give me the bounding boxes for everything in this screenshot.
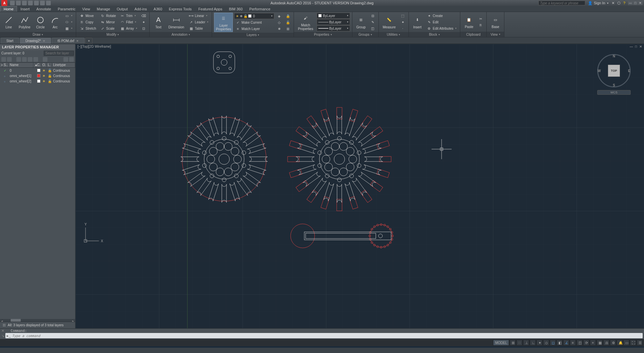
group-button[interactable]: ⊞Group <box>354 15 368 30</box>
layer-selector[interactable]: ☀ ❄ 🔓 0▾ <box>234 13 274 19</box>
tab-home[interactable]: Home <box>0 6 17 12</box>
layer-scrollbar[interactable]: ◂ ▸ <box>0 319 75 322</box>
customize-icon[interactable]: ☰ <box>637 340 643 346</box>
move-button[interactable]: ✥Move <box>78 13 98 19</box>
osnap-toggle-icon[interactable]: ◻ <box>550 340 556 346</box>
tab-addins[interactable]: Add-ins <box>131 6 150 12</box>
match-layer-button[interactable]: ≡Match Layer <box>234 26 274 32</box>
col-sort[interactable]: ▲ <box>33 63 36 67</box>
measure-button[interactable]: 📏Measure <box>381 15 398 30</box>
layer-tool5[interactable]: 🔓 <box>284 19 292 25</box>
qat-undo-icon[interactable] <box>40 1 45 5</box>
copy-clip-button[interactable]: ⎘ <box>477 22 484 28</box>
base-button[interactable]: ▭Base <box>489 14 502 29</box>
layer-isolate-icon[interactable] <box>43 57 47 62</box>
array-button[interactable]: ▦Array▾ <box>119 25 139 31</box>
transparency-toggle-icon[interactable]: ◫ <box>577 340 583 346</box>
qat-open-icon[interactable] <box>16 1 21 5</box>
linetype-selector[interactable]: ByLayer▾ <box>317 19 350 25</box>
viewcube-north[interactable]: N <box>613 54 615 58</box>
doc-tab-start[interactable]: Start <box>1 38 19 44</box>
isolate-icon[interactable]: ▭ <box>623 340 629 346</box>
draw-extra2-button[interactable]: ⬭▾ <box>63 19 74 25</box>
fillet-button[interactable]: ◠Fillet▾ <box>119 19 139 25</box>
qat-save-icon[interactable] <box>22 1 27 5</box>
modify-extra3[interactable]: ⊡ <box>140 25 147 31</box>
col-name[interactable]: Name <box>9 63 33 67</box>
viewport-minimize-icon[interactable]: — <box>629 45 633 49</box>
dyn-input-toggle-icon[interactable]: + <box>590 340 596 346</box>
layer-row[interactable]: ⬦ omni_wheel[1] ☀ 🔓 Continuous <box>0 73 75 78</box>
close-icon[interactable]: ✕ <box>76 39 79 43</box>
drawing-canvas[interactable]: [−][Top][2D Wireframe] — □ ✕ <box>75 44 644 328</box>
sign-in-button[interactable]: 👤 Sign In ▼ <box>588 1 609 5</box>
layer-tool3[interactable]: ❄ <box>276 26 283 32</box>
group-edit-button[interactable]: ✎ <box>369 19 376 25</box>
delete-layer-icon[interactable] <box>16 57 21 62</box>
viewcube[interactable]: N S E W TOP WCS <box>597 54 631 95</box>
quick-props-icon[interactable]: ▦ <box>597 340 603 346</box>
tab-performance[interactable]: Performance <box>246 6 274 12</box>
new-layer-icon[interactable] <box>1 57 6 62</box>
tab-featured-apps[interactable]: Featured Apps <box>195 6 226 12</box>
lineweight-selector[interactable]: ByLayer▾ <box>317 25 350 31</box>
doc-tab-drawing2[interactable]: Drawing2*✕ <box>20 38 51 44</box>
autodesk360-icon[interactable]: ⬡ <box>617 1 621 5</box>
tab-bim360[interactable]: BIM 360 <box>225 6 246 12</box>
tab-express-tools[interactable]: Express Tools <box>166 6 195 12</box>
tab-insert[interactable]: Insert <box>17 6 33 12</box>
workspace-icon[interactable]: ⚙ <box>610 340 616 346</box>
monitor-icon[interactable]: 🔔 <box>617 340 623 346</box>
layer-filter-icon[interactable] <box>33 57 38 62</box>
match-properties-button[interactable]: 🖌Match Properties <box>296 13 315 31</box>
exchange-icon[interactable]: ✕ <box>612 1 615 5</box>
layer-tool1[interactable]: ◈ <box>276 13 283 19</box>
viewcube-south[interactable]: S <box>613 83 615 87</box>
command-handle-icon[interactable]: ✕ <box>0 329 4 333</box>
modify-extra1[interactable]: ⌫ <box>140 13 147 19</box>
ortho-toggle-icon[interactable]: ∟ <box>530 340 536 346</box>
viewport-label[interactable]: [−][Top][2D Wireframe] <box>77 45 111 48</box>
app-icon[interactable]: A <box>1 0 7 6</box>
draw-extra3-button[interactable]: ▦▾ <box>63 25 74 31</box>
layer-tool4[interactable]: 🔒 <box>284 13 292 19</box>
model-space-button[interactable]: MODEL <box>493 340 509 346</box>
table-button[interactable]: ▦Table <box>187 25 210 31</box>
edit-block-button[interactable]: ✎Edit <box>426 19 458 25</box>
create-block-button[interactable]: ✦Create <box>426 13 458 19</box>
dimension-button[interactable]: Dimension <box>166 15 186 30</box>
polar-toggle-icon[interactable]: ✦ <box>536 340 542 346</box>
arc-button[interactable]: Arc <box>48 15 62 30</box>
isodraft-toggle-icon[interactable]: ◇ <box>543 340 549 346</box>
tab-annotate[interactable]: Annotate <box>33 6 54 12</box>
viewcube-top-face[interactable]: TOP <box>608 65 620 77</box>
filter-toggle-icon[interactable]: ☷ <box>3 323 6 327</box>
col-lock[interactable]: L. <box>47 63 52 67</box>
util2[interactable]: ✦ <box>399 19 407 25</box>
viewport-maximize-icon[interactable]: □ <box>634 45 638 49</box>
infer-toggle-icon[interactable]: ⊥ <box>523 340 529 346</box>
trim-button[interactable]: ✂Trim▾ <box>119 13 139 19</box>
tab-parametric[interactable]: Parametric <box>54 6 79 12</box>
help-search-input[interactable] <box>538 1 585 5</box>
rotate-button[interactable]: ↻Rotate <box>99 13 117 19</box>
layer-properties-button[interactable]: ☰Layer Properties <box>214 13 233 32</box>
viewport-close-icon[interactable]: ✕ <box>639 45 643 49</box>
group-select-button[interactable]: ◫ <box>369 25 376 31</box>
close-icon[interactable]: ✕ <box>43 39 45 43</box>
layer-states-icon[interactable] <box>28 57 32 62</box>
set-current-icon[interactable] <box>22 57 27 62</box>
grid-toggle-icon[interactable]: ⊞ <box>510 340 516 346</box>
lineweight-toggle-icon[interactable]: ≡ <box>570 340 576 346</box>
scale-button[interactable]: ⤢Scale <box>99 25 117 31</box>
viewcube-east[interactable]: E <box>628 69 630 73</box>
refresh-icon[interactable] <box>63 57 68 62</box>
layer-tool6[interactable]: ⊞ <box>284 26 292 32</box>
maximize-button[interactable]: □ <box>633 1 638 5</box>
col-status[interactable]: S.. <box>3 63 9 67</box>
util1[interactable]: ⬚ <box>399 13 407 19</box>
ungroup-button[interactable]: ⊟ <box>369 13 376 19</box>
linear-button[interactable]: ⟷Linear▾ <box>187 13 210 19</box>
doc-tab-t5pom[interactable]: t5 POM.dxf✕ <box>52 38 85 44</box>
command-pin-icon[interactable]: ↘ <box>0 334 4 338</box>
